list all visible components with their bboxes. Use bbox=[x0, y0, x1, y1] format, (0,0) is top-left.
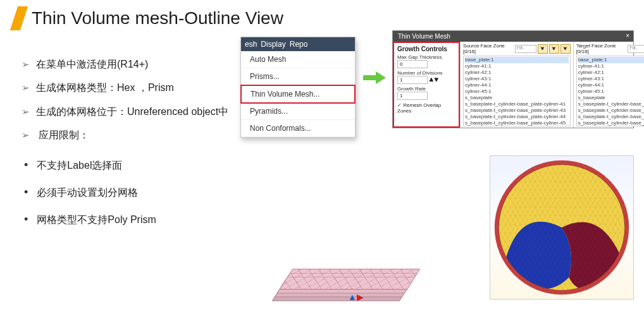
list-item[interactable]: cyliner-43:1 bbox=[465, 76, 569, 82]
source-filter-input[interactable]: Filt.. bbox=[515, 45, 536, 53]
list-item[interactable]: base_plate:1 bbox=[465, 57, 569, 63]
growth-controls-heading: Growth Controls bbox=[397, 45, 455, 52]
list-item[interactable]: cyliner-44:1 bbox=[465, 82, 569, 88]
list-item[interactable]: cyliner-42:1 bbox=[465, 70, 569, 76]
page-title: Thin Volume mesh-Outline View bbox=[32, 8, 283, 28]
list-item[interactable]: cyliner-42:1 bbox=[578, 70, 644, 76]
list-item[interactable]: s_baseplate-t_cylinder-base_plate-cyline… bbox=[465, 107, 569, 114]
zone-button[interactable]: ⮟ bbox=[560, 44, 571, 54]
dialog-thin-volume-mesh: Thin Volume Mesh × Growth Controls Max G… bbox=[392, 30, 634, 128]
bullet-dot: 必须手动设置划分网格 bbox=[24, 181, 294, 203]
list-item[interactable]: s_baseplate-t_cylinder-base_plate-cyline… bbox=[578, 114, 644, 120]
list-item[interactable]: s_baseplate-t_cylinder-base_plate-cyline… bbox=[578, 107, 644, 114]
list-item[interactable]: cyliner-43:1 bbox=[578, 76, 644, 82]
menu-item-prisms[interactable]: Prisms... bbox=[241, 68, 355, 85]
target-zone-panel: Target Face Zone [0/18] Filt.. ⮟ ⮟ ⮟ bas… bbox=[573, 42, 644, 128]
source-zone-panel: Source Face Zone [0/18] Filt.. ⮟ ⮟ ⮟ bas… bbox=[460, 42, 573, 128]
list-item[interactable]: s_baseplate-t_cylinder-base_plate-cyline… bbox=[465, 114, 569, 120]
arrow-icon bbox=[363, 73, 386, 82]
growth-controls-panel: Growth Controls Max Gap Thickness 0 Numb… bbox=[393, 42, 460, 128]
list-item[interactable]: s_baseplate bbox=[578, 95, 644, 101]
axes-icon: ▲▶ bbox=[348, 292, 364, 302]
source-zone-list[interactable]: base_plate:1 cyliner-41:1 cyliner-42:1 c… bbox=[463, 56, 571, 126]
slide-root: Thin Volume mesh-Outline View 在菜单中激活使用(R… bbox=[0, 0, 644, 321]
max-gap-label: Max Gap Thickness bbox=[397, 54, 455, 60]
menu-item-thin-volume-mesh[interactable]: Thin Volume Mesh... bbox=[240, 85, 356, 104]
list-item[interactable]: cyliner-44:1 bbox=[578, 82, 644, 88]
list-item[interactable]: s_baseplate bbox=[465, 95, 569, 101]
target-zone-heading: Target Face Zone [0/18] bbox=[576, 43, 627, 54]
menu-bar-item[interactable]: Display bbox=[261, 40, 285, 49]
remesh-checkbox-row[interactable]: ✓ Remesh Overlap Zones bbox=[397, 102, 455, 114]
menu-item-automesh[interactable]: Auto Mesh bbox=[241, 51, 355, 68]
zone-button[interactable]: ⮟ bbox=[538, 44, 548, 54]
remesh-label: Remesh Overlap Zones bbox=[397, 102, 441, 114]
zone-button[interactable]: ⮟ bbox=[549, 44, 559, 54]
dialog-titlebar: Thin Volume Mesh × bbox=[393, 31, 633, 42]
sphere-mesh-figure bbox=[490, 155, 634, 300]
target-zone-list[interactable]: base_plate:1 cyliner-41:1 cyliner-42:1 c… bbox=[576, 56, 644, 126]
list-item[interactable]: s_baseplate-t_cylinder-base_plate-cyline… bbox=[465, 101, 569, 107]
svg-point-4 bbox=[499, 165, 625, 291]
title-wrap: Thin Volume mesh-Outline View bbox=[14, 6, 283, 30]
growth-rate-input[interactable]: 1 bbox=[397, 92, 428, 100]
max-gap-input[interactable]: 0 bbox=[397, 60, 428, 68]
bullet-dot: 不支持Label选择面 bbox=[24, 154, 294, 176]
menu-bar-item[interactable]: esh bbox=[245, 40, 257, 49]
bullet-dot: 网格类型不支持Poly Prism bbox=[24, 209, 294, 230]
list-item[interactable]: s_baseplate-t_cylinder-base_plate-cyline… bbox=[465, 120, 569, 126]
list-item[interactable]: cyliner-41:1 bbox=[465, 63, 569, 70]
list-item[interactable]: s_baseplate-t_cylinder-base_plate-cyline… bbox=[578, 120, 644, 126]
ndiv-input[interactable]: 1 bbox=[397, 76, 428, 84]
stepper-icon[interactable]: ⯅⯆ bbox=[428, 77, 439, 83]
menu-items: Auto Mesh Prisms... Thin Volume Mesh... … bbox=[241, 51, 355, 137]
menu-screenshot: esh Display Repo Auto Mesh Prisms... Thi… bbox=[240, 37, 356, 138]
list-item[interactable]: base_plate:1 bbox=[578, 57, 644, 63]
list-item[interactable]: cyliner-45:1 bbox=[465, 88, 569, 95]
menu-item-pyramids[interactable]: Pyramids... bbox=[241, 103, 355, 120]
close-icon[interactable]: × bbox=[626, 32, 629, 39]
menu-bar-item[interactable]: Repo bbox=[290, 40, 308, 49]
slab-mesh-figure: ▲▶ bbox=[272, 239, 418, 308]
title-accent-bar bbox=[10, 6, 28, 30]
menu-bar: esh Display Repo bbox=[241, 37, 355, 51]
target-filter-input[interactable]: Filt.. bbox=[628, 45, 644, 53]
checkbox-icon[interactable]: ✓ bbox=[397, 102, 402, 108]
menu-item-non-conformals[interactable]: Non Conformals... bbox=[241, 120, 355, 137]
growth-rate-label: Growth Rate bbox=[397, 86, 455, 92]
ndiv-label: Number of Divisions bbox=[397, 70, 455, 76]
list-item[interactable]: cyliner-45:1 bbox=[578, 88, 644, 95]
source-zone-heading: Source Face Zone [0/18] bbox=[463, 43, 514, 54]
dialog-title-text: Thin Volume Mesh bbox=[398, 33, 450, 40]
list-item[interactable]: s_baseplate-t_cylinder-base_plate-cyline… bbox=[578, 101, 644, 107]
list-item[interactable]: cyliner-41:1 bbox=[578, 63, 644, 70]
